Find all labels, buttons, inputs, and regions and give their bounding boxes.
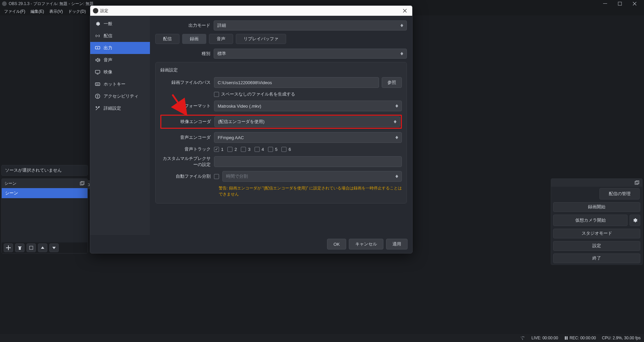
scene-filters-button[interactable] [26,243,36,252]
add-scene-button[interactable] [4,243,13,252]
tab-recording[interactable]: 録画 [182,34,206,44]
pause-icon [564,336,568,340]
svg-rect-7 [565,336,566,340]
nav-hotkeys[interactable]: ホットキー [90,78,150,90]
exit-button[interactable]: 終了 [553,253,640,263]
dock-popout-icon[interactable] [634,180,640,185]
cancel-button[interactable]: キャンセル [349,239,383,249]
mux-input[interactable] [214,156,402,167]
tab-replay[interactable]: リプレイバッファ [236,34,286,44]
status-rec: REC: 00:00:00 [570,336,596,340]
checkbox-icon [281,147,286,152]
apply-button[interactable]: 適用 [386,239,408,249]
nav-audio[interactable]: 音声 [90,54,150,66]
manage-stream-button[interactable]: 配信の管理 [599,188,640,199]
track-5-checkbox[interactable]: 5 [268,147,277,152]
chevron-updown-icon [394,102,399,110]
gear-icon [632,218,638,223]
scenes-toolstrip [2,242,88,253]
chevron-updown-icon [394,134,399,141]
track-6-checkbox[interactable]: 6 [281,147,291,152]
svg-rect-6 [636,181,639,184]
scenes-dock: シーン シーン [1,178,88,253]
virtual-camera-settings-button[interactable] [630,215,640,226]
track-2-checkbox[interactable]: 2 [227,147,237,152]
settings-content: 出力モード 詳細 配信 録画 音声 リプレイバッファ 種別 標準 録画設定 録画… [150,16,412,235]
svg-rect-2 [80,182,83,185]
path-input[interactable]: C:\Users\s12200698\Videos [214,77,379,88]
scene-down-button[interactable] [49,243,59,252]
menu-dock[interactable]: ドック(D) [65,7,89,15]
svg-point-13 [97,95,98,96]
tracks-label: 音声トラック [160,146,214,152]
controls-dock: 配信の管理 録画開始 仮想カメラ開始 スタジオモード 設定 終了 [551,178,643,265]
nav-general[interactable]: 一般 [90,18,150,30]
track-4-checkbox[interactable]: 4 [255,147,264,152]
gear-icon [95,21,100,26]
svg-rect-5 [635,181,638,184]
svg-rect-11 [95,83,100,86]
path-label: 録画ファイルのパス [160,79,214,86]
chevron-updown-icon [399,22,405,29]
checkbox-icon [214,92,219,97]
dialog-close-button[interactable] [400,6,410,15]
keyboard-icon [95,81,100,87]
type-label: 種別 [155,51,214,57]
studio-mode-button[interactable]: スタジオモード [553,229,640,238]
nav-video[interactable]: 映像 [90,66,150,78]
nav-stream[interactable]: 配信 [90,30,150,42]
nospace-checkbox-row[interactable]: スペースなしのファイル名を生成する [214,91,295,97]
split-mode-select[interactable]: 時間で分割 [222,171,402,182]
menu-file[interactable]: ファイル(F) [1,7,28,15]
audio-encoder-select[interactable]: FFmpeg AAC [214,132,402,143]
controls-dock-header [551,179,642,187]
format-label: 録画フォーマット [160,103,214,109]
format-select[interactable]: Matroska Video (.mkv) [214,101,402,111]
svg-rect-3 [81,181,84,184]
menu-view[interactable]: 表示(V) [47,7,65,15]
checkbox-icon [268,147,273,152]
video-encoder-row-highlighted: 映像エンコーダ (配信エンコーダを使用) [160,115,402,129]
speaker-icon [95,57,100,63]
minimize-button[interactable] [598,0,612,7]
scene-item-active[interactable]: シーン [2,188,88,198]
status-bar: LIVE: 00:00:00 REC: 00:00:00 CPU: 2.9%, … [0,334,644,342]
aenc-label: 音声エンコーダ [160,134,214,140]
venc-label: 映像エンコーダ [162,119,214,125]
obs-logo-icon [2,1,7,6]
tab-stream[interactable]: 配信 [155,34,179,44]
svg-rect-10 [95,70,100,73]
checkbox-icon [241,147,246,152]
video-encoder-select[interactable]: (配信エンコーダを使用) [214,116,400,127]
obs-logo-icon [93,8,98,13]
mux-label: カスタムマルチプレクサーの設定 [160,156,214,168]
svg-rect-8 [567,336,568,340]
maximize-button[interactable] [612,0,627,7]
nav-advanced[interactable]: 詳細設定 [90,102,150,114]
menu-edit[interactable]: 編集(E) [28,7,47,15]
dock-popout-icon[interactable] [79,181,85,186]
checkbox-icon [255,147,260,152]
output-tabs: 配信 録画 音声 リプレイバッファ [155,34,407,44]
virtual-camera-button[interactable]: 仮想カメラ開始 [553,215,628,226]
nav-accessibility[interactable]: アクセシビリティ [90,90,150,102]
split-checkbox[interactable] [214,174,219,179]
tab-audio[interactable]: 音声 [209,34,233,44]
close-button[interactable] [627,0,642,7]
track-3-checkbox[interactable]: 3 [241,147,250,152]
scene-up-button[interactable] [38,243,47,252]
track-1-checkbox[interactable]: 1 [214,147,223,152]
monitor-icon [95,69,100,75]
svg-rect-4 [30,246,33,249]
ok-button[interactable]: OK [327,239,346,249]
output-mode-select[interactable]: 詳細 [214,20,407,31]
status-live: LIVE: 00:00:00 [531,336,558,340]
remove-scene-button[interactable] [15,243,24,252]
start-recording-button[interactable]: 録画開始 [553,202,640,212]
type-select[interactable]: 標準 [214,49,407,59]
browse-button[interactable]: 参照 [382,77,402,88]
open-settings-button[interactable]: 設定 [553,241,640,251]
sources-empty-text: ソースが選択されていません [2,165,88,176]
split-label: 自動ファイル分割 [160,173,214,179]
nav-output[interactable]: 出力 [90,42,150,54]
